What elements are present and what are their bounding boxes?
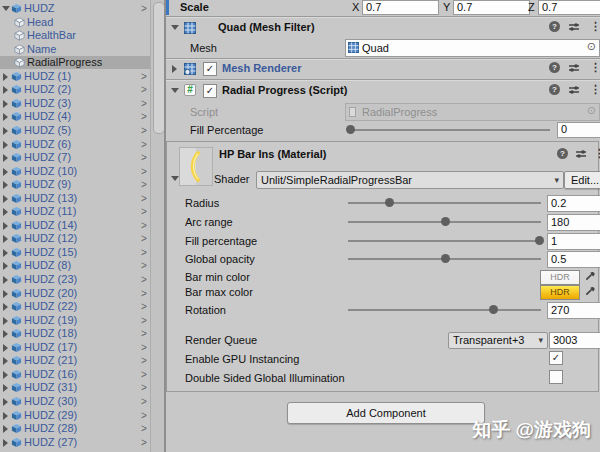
foldout-closed-icon[interactable] [3,303,8,311]
prefab-open-arrow-icon[interactable]: > [141,83,147,96]
material-foldout-icon[interactable] [171,176,179,181]
hierarchy-item[interactable]: HUDZ (12)> [0,232,150,245]
hierarchy-item[interactable]: HUDZ (18)> [0,327,150,340]
prefab-open-arrow-icon[interactable]: > [141,381,147,394]
prefab-open-arrow-icon[interactable]: > [141,192,147,205]
hierarchy-item-child[interactable]: RadialProgress [0,56,150,69]
prefab-open-arrow-icon[interactable]: > [141,273,147,286]
hdr-color-swatch[interactable]: HDR [540,285,580,300]
foldout-closed-icon[interactable] [3,290,8,298]
foldout-closed-icon[interactable] [3,208,8,216]
hierarchy-item[interactable]: HUDZ (22)> [0,300,150,313]
hdr-color-swatch[interactable]: HDR [540,270,580,285]
foldout-closed-icon[interactable] [3,113,8,121]
hierarchy-item[interactable]: HUDZ> [0,2,150,15]
material-slider-knob[interactable] [385,198,394,207]
hierarchy-item[interactable]: HUDZ (7)> [0,151,150,164]
prefab-open-arrow-icon[interactable]: > [141,151,147,164]
gpu-instancing-checkbox[interactable]: ✓ [549,351,563,365]
prefab-open-arrow-icon[interactable]: > [141,354,147,367]
hierarchy-item[interactable]: HUDZ (8)> [0,259,150,272]
foldout-closed-icon[interactable] [3,181,8,189]
foldout-closed-icon[interactable] [3,73,8,81]
foldout-closed-icon[interactable] [3,168,8,176]
scale-x-field[interactable]: 0.7 [362,0,439,15]
material-slider-track[interactable] [348,309,541,311]
kebab-menu-icon[interactable]: ⋮ [594,148,600,159]
eyedropper-icon[interactable] [585,270,596,281]
material-slider-track[interactable] [348,240,541,242]
kebab-menu-icon[interactable]: ⋮ [590,21,600,32]
material-prop-field[interactable]: 0.2 [547,195,600,212]
hierarchy-item[interactable]: HUDZ (29)> [0,409,150,422]
hierarchy-item[interactable]: HUDZ (5)> [0,124,150,137]
material-prop-field[interactable]: 270 [547,302,600,319]
hierarchy-item[interactable]: HUDZ (20)> [0,287,150,300]
double-sided-gi-checkbox[interactable] [549,370,563,384]
preset-icon[interactable] [568,62,580,74]
fill-percentage-field[interactable]: 0 [557,122,600,138]
foldout-closed-icon[interactable] [3,330,8,338]
foldout-closed-icon[interactable] [3,425,8,433]
foldout-closed-icon[interactable] [3,371,8,379]
fill-percentage-slider-knob[interactable] [346,125,355,134]
material-slider-knob[interactable] [489,305,498,314]
help-icon[interactable]: ? [557,148,568,159]
foldout-closed-icon[interactable] [172,65,177,73]
hierarchy-item[interactable]: HUDZ (9)> [0,178,150,191]
foldout-closed-icon[interactable] [3,357,8,365]
prefab-open-arrow-icon[interactable]: > [141,165,147,178]
hierarchy-item[interactable]: HUDZ (28)> [0,422,150,435]
prefab-open-arrow-icon[interactable]: > [141,409,147,422]
hierarchy-item[interactable]: HUDZ (10)> [0,165,150,178]
hierarchy-item-child[interactable]: Name [0,43,150,56]
shader-edit-button[interactable]: Edit... [564,171,600,189]
foldout-closed-icon[interactable] [3,276,8,284]
foldout-closed-icon[interactable] [3,235,8,243]
radial-progress-enabled-checkbox[interactable]: ✓ [203,84,217,98]
prefab-open-arrow-icon[interactable]: > [141,327,147,340]
prefab-open-arrow-icon[interactable]: > [141,2,147,15]
foldout-closed-icon[interactable] [3,262,8,270]
prefab-open-arrow-icon[interactable]: > [141,287,147,300]
preset-icon[interactable] [568,21,580,33]
material-slider-knob[interactable] [535,236,544,245]
mesh-filter-header[interactable]: Quad (Mesh Filter) ? ⋮ [166,17,600,38]
hierarchy-item[interactable]: HUDZ (4)> [0,110,150,123]
help-icon[interactable]: ? [549,84,560,95]
foldout-closed-icon[interactable] [3,344,8,352]
scale-z-field[interactable]: 0.7 [538,0,600,15]
material-prop-field[interactable]: 180 [547,214,600,231]
preset-icon[interactable] [568,84,580,96]
render-queue-field[interactable]: 3003 [549,332,600,349]
prefab-open-arrow-icon[interactable]: > [141,219,147,232]
hierarchy-item[interactable]: HUDZ (11)> [0,205,150,218]
hierarchy-item[interactable]: HUDZ (31)> [0,381,150,394]
prefab-open-arrow-icon[interactable]: > [141,97,147,110]
fill-percentage-slider-track[interactable] [350,129,550,131]
add-component-button[interactable]: Add Component [287,402,485,424]
hierarchy-item[interactable]: HUDZ (16)> [0,368,150,381]
prefab-open-arrow-icon[interactable]: > [141,246,147,259]
hierarchy-item[interactable]: HUDZ (15)> [0,246,150,259]
prefab-open-arrow-icon[interactable]: > [141,341,147,354]
foldout-closed-icon[interactable] [3,412,8,420]
help-icon[interactable]: ? [549,62,560,73]
prefab-open-arrow-icon[interactable]: > [141,178,147,191]
scale-y-field[interactable]: 0.7 [453,0,530,15]
hierarchy-item[interactable]: HUDZ (3)> [0,97,150,110]
foldout-closed-icon[interactable] [3,439,8,447]
help-icon[interactable]: ? [549,21,560,32]
material-preview-thumbnail[interactable] [179,147,213,186]
mesh-object-field[interactable]: Quad ⊙ [345,39,600,57]
shader-dropdown[interactable]: Unlit/SimpleRadialProgressBar ▾ [256,171,564,189]
foldout-closed-icon[interactable] [3,127,8,135]
object-picker-icon[interactable]: ⊙ [587,40,596,53]
hierarchy-item[interactable]: HUDZ (1)> [0,70,150,83]
prefab-open-arrow-icon[interactable]: > [141,368,147,381]
prefab-open-arrow-icon[interactable]: > [141,259,147,272]
prefab-open-arrow-icon[interactable]: > [141,395,147,408]
hierarchy-item[interactable]: HUDZ (14)> [0,219,150,232]
prefab-open-arrow-icon[interactable]: > [141,436,147,449]
hierarchy-item[interactable]: HUDZ (23)> [0,273,150,286]
